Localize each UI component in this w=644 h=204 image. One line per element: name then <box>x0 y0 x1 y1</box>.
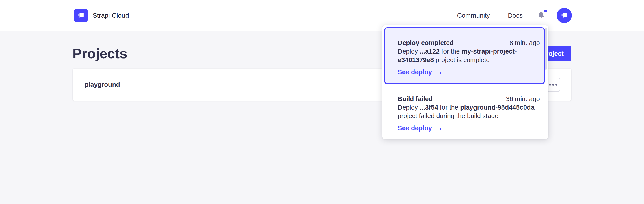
scrollbar-thumb[interactable] <box>545 28 547 70</box>
see-deploy-link[interactable]: See deploy → <box>398 124 443 132</box>
notification-body: Deploy ...a122 for the my-strapi-project… <box>398 47 540 64</box>
ellipsis-icon <box>549 84 551 86</box>
notification-timestamp: 36 min. ago <box>506 95 540 103</box>
notification-header: Build failed 36 min. ago <box>398 95 540 103</box>
see-deploy-label: See deploy <box>398 124 432 132</box>
project-name: playground <box>85 81 120 88</box>
arrow-right-icon: → <box>435 68 443 76</box>
unread-dot <box>544 10 547 12</box>
brand[interactable]: Strapi Cloud <box>74 9 129 23</box>
notification-title: Deploy completed <box>398 39 454 47</box>
strapi-glyph-icon <box>76 11 85 20</box>
nav-link-community[interactable]: Community <box>457 12 490 19</box>
navbar-right: Community Docs <box>457 8 572 23</box>
see-deploy-link[interactable]: See deploy → <box>398 68 443 76</box>
brand-name: Strapi Cloud <box>93 12 129 19</box>
strapi-logo-icon <box>74 9 88 23</box>
notification-title: Build failed <box>398 95 432 103</box>
see-deploy-label: See deploy <box>398 68 432 76</box>
avatar[interactable] <box>557 8 572 23</box>
notification-list: Deploy completed 8 min. ago Deploy ...a1… <box>382 27 548 135</box>
avatar-strapi-glyph-icon <box>560 11 569 20</box>
notifications-bell-button[interactable] <box>538 11 545 20</box>
notification-timestamp: 8 min. ago <box>510 39 540 47</box>
notification-header: Deploy completed 8 min. ago <box>398 39 540 47</box>
notification-item[interactable]: Build failed 36 min. ago Deploy ...3f54 … <box>384 86 545 135</box>
notifications-popover: Deploy completed 8 min. ago Deploy ...a1… <box>382 25 548 139</box>
arrow-right-icon: → <box>435 123 443 132</box>
page-title: Projects <box>72 46 128 61</box>
ellipsis-icon <box>552 84 554 86</box>
bell-icon <box>538 11 545 20</box>
nav-link-docs[interactable]: Docs <box>508 12 523 19</box>
notification-body: Deploy ...3f54 for the playground-95d445… <box>398 103 540 120</box>
notification-item[interactable]: Deploy completed 8 min. ago Deploy ...a1… <box>384 27 545 84</box>
ellipsis-icon <box>555 84 557 86</box>
